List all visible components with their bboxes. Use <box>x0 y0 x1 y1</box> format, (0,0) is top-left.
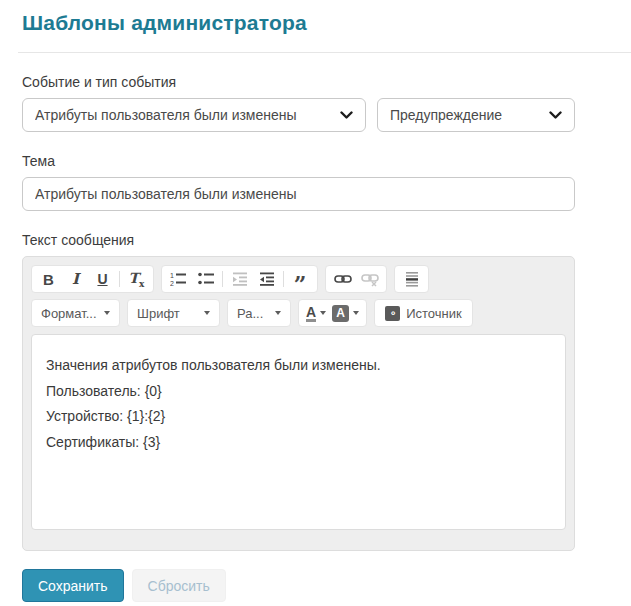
background-color-icon: A <box>332 305 349 322</box>
title-divider <box>18 52 631 53</box>
event-type-select[interactable]: Предупреждение <box>377 98 575 132</box>
event-type-label: Событие и тип события <box>22 74 631 90</box>
indent-button[interactable] <box>253 267 280 291</box>
chevron-down-icon <box>549 111 562 120</box>
caret-down-icon <box>320 311 326 315</box>
toolbar-row-2: Формат... Шрифт Ра... A A <box>31 299 566 327</box>
message-line: Устройство: {1}:{2} <box>46 404 551 430</box>
message-line: Значения атрибутов пользователя были изм… <box>46 353 551 379</box>
svg-text:2: 2 <box>170 280 174 287</box>
italic-icon: I <box>72 270 79 288</box>
message-text-area[interactable]: Значения атрибутов пользователя были изм… <box>31 334 566 530</box>
toolbar-separator <box>119 271 120 287</box>
outdent-icon <box>232 271 248 287</box>
event-type-select-value: Предупреждение <box>390 107 502 123</box>
numbered-list-icon: 1 2 <box>170 271 187 287</box>
horizontal-rule-button[interactable] <box>398 267 425 291</box>
font-size-value: Ра... <box>237 306 263 321</box>
unlink-icon <box>361 271 379 287</box>
event-selects-row: Атрибуты пользователя были изменены Пред… <box>22 98 631 132</box>
event-select[interactable]: Атрибуты пользователя были изменены <box>22 98 366 132</box>
blockquote-button[interactable]: ” <box>287 267 314 291</box>
remove-format-button[interactable]: Tx <box>123 267 150 291</box>
underline-icon: U <box>97 271 107 287</box>
paragraph-format-value: Формат... <box>41 306 97 321</box>
background-color-button[interactable]: A <box>329 301 362 325</box>
toolbar-separator <box>222 271 223 287</box>
subject-label: Тема <box>22 153 631 169</box>
bold-icon: B <box>43 271 54 288</box>
caret-down-icon <box>104 311 110 315</box>
link-group <box>325 265 387 293</box>
indent-icon <box>259 271 275 287</box>
rich-text-editor: B I U Tx 1 2 <box>22 256 575 551</box>
message-label: Текст сообщения <box>22 232 631 248</box>
lists-indent-group: 1 2 <box>161 265 318 293</box>
basicstyles-group: B I U Tx <box>31 265 154 293</box>
font-value: Шрифт <box>137 306 180 321</box>
event-select-value: Атрибуты пользователя были изменены <box>35 107 297 123</box>
italic-button[interactable]: I <box>62 267 89 291</box>
toolbar-row-1: B I U Tx 1 2 <box>31 265 566 293</box>
blockquote-icon: ” <box>294 269 308 289</box>
remove-format-icon: Tx <box>129 270 145 289</box>
subject-input[interactable] <box>22 177 575 211</box>
font-size-dropdown[interactable]: Ра... <box>227 299 291 327</box>
chevron-down-icon <box>340 111 353 120</box>
bulleted-list-icon <box>198 271 214 287</box>
message-line: Сертификаты: {3} <box>46 430 551 456</box>
horizontal-rule-icon <box>405 271 419 287</box>
toolbar-separator <box>283 271 284 287</box>
form-actions: Сохранить Сбросить <box>22 569 631 602</box>
outdent-button[interactable] <box>226 267 253 291</box>
message-line: Пользователь: {0} <box>46 379 551 405</box>
source-code-icon: ‹› <box>385 306 400 321</box>
numbered-list-button[interactable]: 1 2 <box>165 267 192 291</box>
source-button-label: Источник <box>406 306 462 321</box>
link-icon <box>334 271 352 287</box>
unlink-button[interactable] <box>356 267 383 291</box>
underline-button[interactable]: U <box>89 267 116 291</box>
save-button[interactable]: Сохранить <box>22 569 124 602</box>
source-button[interactable]: ‹› Источник <box>374 299 473 327</box>
svg-text:1: 1 <box>170 272 174 279</box>
text-color-button[interactable]: A <box>303 301 329 325</box>
page-title: Шаблоны администратора <box>22 11 631 35</box>
caret-down-icon <box>353 311 359 315</box>
caret-down-icon <box>204 311 210 315</box>
bulleted-list-button[interactable] <box>192 267 219 291</box>
admin-templates-page: Шаблоны администратора Событие и тип соб… <box>0 11 631 606</box>
bold-button[interactable]: B <box>35 267 62 291</box>
paragraph-format-dropdown[interactable]: Формат... <box>31 299 120 327</box>
link-button[interactable] <box>329 267 356 291</box>
horizontal-rule-group <box>394 265 429 293</box>
font-dropdown[interactable]: Шрифт <box>127 299 220 327</box>
caret-down-icon <box>275 311 281 315</box>
colors-group: A A <box>298 299 367 327</box>
text-color-icon: A <box>306 305 316 322</box>
reset-button[interactable]: Сбросить <box>132 569 226 602</box>
